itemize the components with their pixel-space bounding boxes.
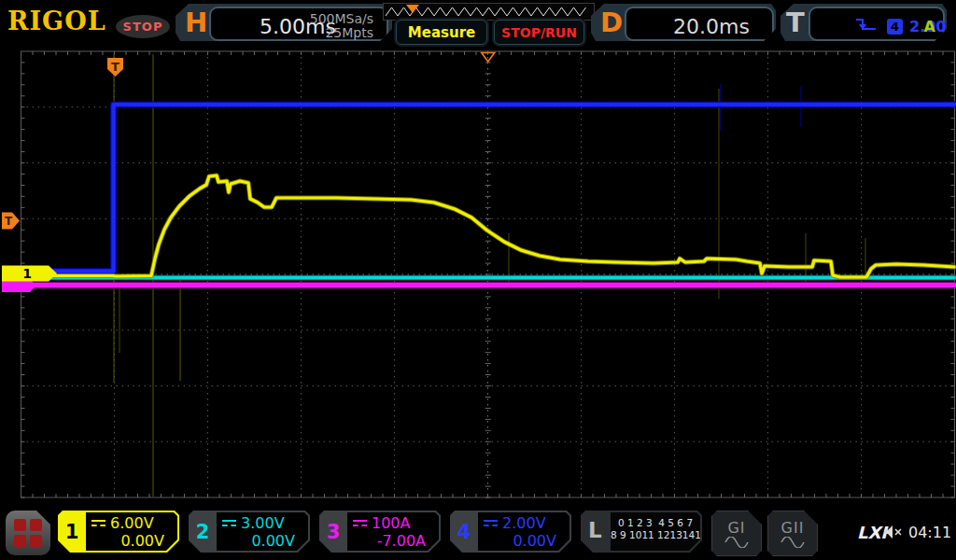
channel1-scale: 6.00V	[110, 514, 154, 532]
channel2-scale: 3.00V	[241, 514, 285, 532]
generator1-label: GI	[727, 519, 745, 537]
channel3-button[interactable]: 3 100A -7.00A	[319, 511, 441, 553]
logic-row1: 0 1 2 3 4 5 6 7	[618, 517, 693, 528]
waveform-display-area[interactable]: TT1	[0, 0, 956, 560]
generator2-label: GII	[781, 519, 805, 537]
menu-grid-icon	[14, 519, 42, 547]
channel3-scale: 100A	[372, 514, 410, 532]
channel1-position-marker[interactable]: 1	[2, 266, 57, 282]
logic-channel-list: 0 1 2 3 4 5 6 78 9 1011 12131415	[611, 512, 700, 551]
dc-coupling-icon	[91, 520, 105, 526]
channel3-offset: -7.00A	[353, 532, 433, 550]
channel4-offset: 0.00V	[484, 532, 564, 550]
speaker-muted-icon[interactable]	[883, 525, 904, 544]
channel4-scale: 2.00V	[502, 514, 546, 532]
trigger-time-flag[interactable]: T	[107, 58, 123, 77]
trigger-level-arrow[interactable]: T	[2, 213, 20, 230]
sine-wave-icon	[724, 537, 749, 548]
channel4-button[interactable]: 4 2.00V 0.00V	[450, 511, 571, 553]
oscilloscope-screen: RIGOL STOP H 5.00ms 500MSa/s25Mpts Measu…	[0, 0, 956, 560]
channel1-offset: 0.00V	[91, 532, 172, 550]
logic-channels-button[interactable]: L 0 1 2 3 4 5 6 78 9 1011 12131415	[581, 511, 702, 553]
svg-text:T: T	[111, 60, 120, 74]
logic-label: L	[588, 518, 602, 542]
channel2-button[interactable]: 2 3.00V 0.00V	[189, 511, 310, 553]
dc-coupling-icon	[484, 520, 498, 526]
dc-coupling-icon	[222, 520, 236, 526]
channel2-offset: 0.00V	[222, 532, 302, 550]
generator2-button[interactable]: GII	[767, 511, 818, 556]
channel1-button[interactable]: 1 6.00V 0.00V	[58, 511, 179, 553]
svg-text:T: T	[5, 215, 13, 228]
generator1-button[interactable]: GI	[711, 511, 762, 556]
logic-row2: 8 9 1011 12131415	[611, 529, 708, 540]
dc-coupling-icon	[353, 520, 367, 526]
sine-wave-icon	[780, 537, 805, 548]
svg-text:1: 1	[22, 266, 32, 281]
clock: 04:11	[908, 524, 951, 541]
